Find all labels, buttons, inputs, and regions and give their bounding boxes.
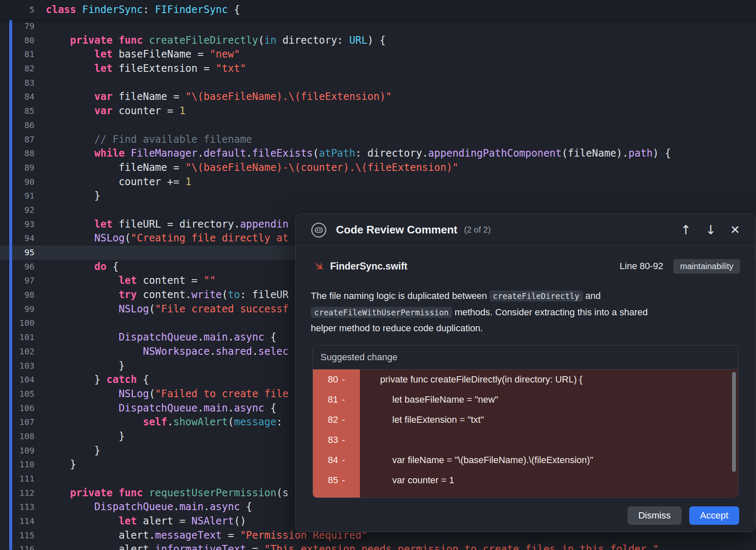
diff-code-text: var counter = 1 [360, 475, 454, 486]
code-text: DispatchQueue.main.async { [46, 500, 252, 514]
code-line: 86 [0, 118, 756, 133]
code-line: 80 private func createFileDirectly(in di… [0, 34, 756, 48]
code-text: } [46, 189, 100, 203]
line-number: 84 [0, 90, 34, 104]
diff-line-number: 81- [313, 390, 360, 410]
line-number: 90 [0, 175, 34, 189]
line-number: 96 [0, 260, 34, 274]
diff-line-number: 82- [313, 410, 360, 430]
diff-row: 83- [313, 430, 738, 450]
line-number: 99 [0, 302, 34, 317]
line-number: 104 [0, 373, 34, 387]
diff-area: 80-private func createFileDirectly(in di… [313, 369, 738, 498]
code-text: let baseFileName = "new" [46, 47, 240, 62]
line-number: 112 [0, 486, 34, 500]
line-number: 92 [0, 203, 34, 217]
swift-icon [311, 260, 323, 272]
diff-line-number: 83- [313, 430, 360, 450]
change-indicator-bar [9, 19, 12, 550]
code-text: try content.write(to: fileUR [46, 288, 289, 302]
code-text: // Find available filename [46, 133, 252, 147]
code-text: NSLog("File created successf [46, 302, 289, 317]
suggested-change-header: Suggested change [313, 346, 738, 369]
line-number: 97 [0, 274, 34, 288]
code-text: let fileExtension = "txt" [46, 62, 246, 76]
line-number: 88 [0, 147, 34, 161]
code-line: 82 let fileExtension = "txt" [0, 62, 756, 76]
code-text: } catch { [46, 373, 149, 387]
code-text: while FileManager.default.fileExists(atP… [46, 147, 671, 161]
code-line: 81 let baseFileName = "new" [0, 47, 756, 62]
line-number: 116 [0, 542, 34, 550]
line-number: 114 [0, 514, 34, 529]
review-comment-text: The file naming logic is duplicated betw… [311, 288, 740, 337]
diff-code-text: let fileExtension = "txt" [360, 414, 484, 425]
line-number: 110 [0, 458, 34, 472]
diff-code-text: var fileName = "\(baseFileName).\(fileEx… [360, 455, 593, 466]
line-number: 107 [0, 415, 34, 430]
code-text: DispatchQueue.main.async { [46, 401, 276, 416]
code-line: 84 var fileName = "\(baseFileName).\(fil… [0, 90, 756, 104]
diff-line-number: 84- [313, 450, 360, 470]
file-row: FinderSync.swift Line 80-92 maintainabil… [296, 256, 755, 276]
diff-line-number: 85- [313, 470, 360, 490]
close-icon[interactable]: ✕ [730, 224, 740, 236]
code-text: } [46, 444, 100, 458]
code-text: counter += 1 [46, 175, 192, 189]
diff-row: 84-var fileName = "\(baseFileName).\(fil… [313, 450, 738, 470]
line-number: 93 [0, 217, 34, 232]
popup-buttons: Dismiss Accept [627, 506, 739, 525]
line-number: 82 [0, 62, 34, 76]
inline-code: createFileDirectly [490, 291, 583, 301]
diff-scrollbar-thumb[interactable] [732, 372, 736, 472]
line-number: 101 [0, 330, 34, 345]
category-badge: maintainability [673, 259, 740, 274]
comment-counter: (2 of 2) [464, 225, 491, 235]
line-number: 105 [0, 387, 34, 401]
line-number: 85 [0, 104, 34, 118]
code-text: do { [46, 260, 118, 274]
file-name: FinderSync.swift [330, 261, 407, 272]
copilot-icon [311, 222, 327, 238]
code-line: 79 [0, 19, 756, 34]
line-number: 113 [0, 500, 34, 514]
accept-button[interactable]: Accept [689, 506, 739, 525]
line-number: 87 [0, 133, 34, 147]
line-number: 109 [0, 444, 34, 458]
popup-header: Code Review Comment (2 of 2) ↑ ↓ ✕ [296, 214, 755, 246]
next-comment-icon[interactable]: ↓ [705, 224, 716, 236]
code-line: 87 // Find available filename [0, 133, 756, 147]
code-text: private func requestUserPermission(s [46, 486, 289, 500]
line-number: 5 [0, 5, 34, 15]
code-text: NSLog("Failed to create file [46, 387, 289, 401]
code-line: 83 [0, 76, 756, 90]
line-number: 115 [0, 529, 34, 543]
code-text: NSLog("Creating file directly at [46, 231, 289, 246]
diff-rows: 80-private func createFileDirectly(in di… [313, 369, 738, 490]
line-number: 103 [0, 359, 34, 373]
line-range: Line 80-92 [620, 261, 663, 272]
code-text: var counter = 1 [46, 104, 185, 118]
line-number: 83 [0, 76, 34, 90]
diff-row: 80-private func createFileDirectly(in di… [313, 369, 738, 390]
diff-code-text: private func createFileDirectly(in direc… [360, 374, 583, 385]
line-number: 86 [0, 118, 34, 133]
code-review-popup: Code Review Comment (2 of 2) ↑ ↓ ✕ Finde… [295, 214, 756, 532]
line-number: 94 [0, 231, 34, 246]
code-line: 91 } [0, 189, 756, 203]
code-text: alert.informativeText = "This extension … [46, 542, 659, 550]
line-number: 81 [0, 47, 34, 62]
sticky-code-text: class FinderSync: FIFinderSync { [46, 4, 240, 16]
code-text: private func createFileDirectly(in direc… [46, 34, 386, 48]
sticky-context-line: 5 class FinderSync: FIFinderSync { [0, 0, 756, 20]
line-number: 102 [0, 345, 34, 359]
code-line: 116 alert.informativeText = "This extens… [0, 542, 756, 550]
dismiss-button[interactable]: Dismiss [627, 506, 682, 525]
code-text: var fileName = "\(baseFileName).\(fileEx… [46, 90, 392, 104]
line-number: 100 [0, 316, 34, 330]
code-text: fileName = "\(baseFileName)-\(counter).\… [46, 161, 459, 175]
suggested-change-box: Suggested change 80-private func createF… [312, 345, 738, 498]
previous-comment-icon[interactable]: ↑ [680, 224, 691, 236]
popup-title: Code Review Comment [336, 223, 457, 236]
code-line: 88 while FileManager.default.fileExists(… [0, 147, 756, 161]
